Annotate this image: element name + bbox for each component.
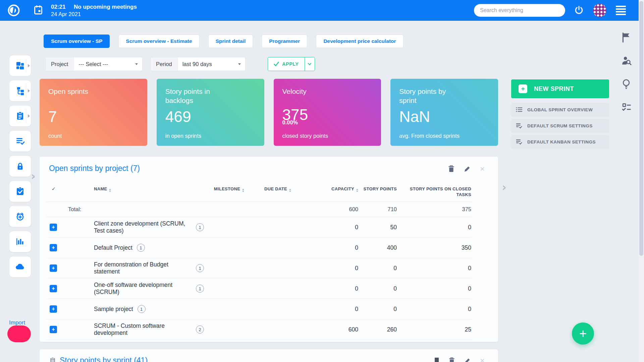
story-points-cell: 0 — [362, 299, 402, 319]
project-name[interactable]: SCRUM - Custom software development — [94, 322, 192, 337]
delete-icon[interactable] — [449, 357, 455, 362]
milestone-cell — [204, 299, 254, 319]
default-scrum-settings-button[interactable]: DEFAULT SCRUM SETTINGS — [511, 119, 609, 133]
plus-icon: + — [519, 84, 527, 93]
edit-pencil-icon[interactable] — [464, 166, 471, 172]
project-name[interactable]: Default Project — [94, 244, 132, 251]
project-name[interactable]: One-off software development (SCRUM) — [94, 282, 192, 296]
calendar-icon[interactable] — [34, 5, 43, 15]
sidebar-item-approvals[interactable] — [9, 181, 31, 202]
project-name[interactable]: For demonstration of Budget statement — [94, 261, 192, 275]
sidebar-item-tasks[interactable] — [9, 106, 31, 126]
expand-row-button[interactable]: + — [50, 244, 57, 251]
expand-row-button[interactable]: + — [50, 326, 57, 333]
sidebar-item-security[interactable] — [9, 156, 31, 177]
column-header-name[interactable]: NAME — [63, 183, 204, 202]
milestone-cell — [204, 319, 254, 340]
kpi-card-story-points-backlogs: Story points in backlogs 469 in open spr… — [157, 79, 264, 146]
sidebar-item-todo-list[interactable] — [9, 131, 31, 152]
list-icon — [516, 107, 523, 113]
sort-icon[interactable] — [356, 189, 358, 192]
sidebar-item-time-tracking[interactable] — [9, 206, 31, 227]
expand-right-chevron[interactable]: › — [502, 180, 506, 194]
list-check-icon — [516, 139, 523, 145]
tab-scrum-overview-estimate[interactable]: Scrum overview - Estimate — [118, 35, 199, 48]
clipboard-icon — [49, 357, 56, 362]
expand-row-button[interactable]: + — [50, 285, 57, 292]
total-story-points: 710 — [362, 202, 402, 217]
project-select[interactable]: --- Select --- — [74, 61, 135, 67]
period-select[interactable]: last 90 days — [178, 61, 238, 67]
page-scrollbar[interactable] — [639, 0, 644, 362]
apply-button[interactable]: APPLY — [268, 57, 305, 71]
app-logo-icon[interactable] — [7, 4, 20, 17]
total-capacity: 600 — [301, 202, 362, 217]
menu-icon[interactable] — [616, 6, 626, 15]
column-header-story-points-closed[interactable]: STORY POINTS ON CLOSED TASKS — [402, 183, 472, 202]
tab-scrum-overview-sp[interactable]: Scrum overview - SP — [44, 35, 110, 48]
project-name[interactable]: Client zone development (SCRUM, Test cas… — [94, 220, 192, 234]
bookmark-icon[interactable] — [434, 357, 439, 362]
kpi-cards-row: Open sprints 7 count Story points in bac… — [40, 79, 498, 146]
expand-row-button[interactable]: + — [50, 264, 57, 272]
hierarchy-icon — [15, 86, 25, 96]
default-kanban-settings-button[interactable]: DEFAULT KANBAN SETTINGS — [511, 135, 609, 149]
project-filter: Project --- Select --- — [45, 57, 143, 71]
lightbulb-icon[interactable] — [621, 78, 631, 90]
kpi-value: 7 — [48, 108, 57, 126]
panel-header: Open sprints by project (7) × — [40, 157, 498, 183]
due-date-cell — [254, 258, 301, 279]
tab-programmer[interactable]: Programmer — [262, 35, 307, 48]
column-header-capacity[interactable]: CAPACITY — [301, 183, 362, 202]
apply-dropdown-button[interactable] — [305, 57, 315, 71]
sidebar-item-cloud[interactable] — [9, 256, 31, 277]
dashboard-tabs: Scrum overview - SP Scrum overview - Est… — [44, 35, 404, 48]
table-total-row: Total: 600 710 375 — [46, 202, 472, 217]
sprint-count-badge: 1 — [138, 305, 146, 313]
table-row: + Client zone development (SCRUM, Test c… — [46, 217, 472, 238]
timer-add-icon — [15, 212, 25, 221]
column-header-milestone[interactable]: MILESTONE — [204, 183, 254, 202]
sidebar-item-reports[interactable] — [9, 231, 31, 252]
period-filter: Period last 90 days — [150, 57, 246, 71]
expand-left-chevron[interactable]: › — [31, 169, 36, 183]
clock-time: 02:21 — [51, 4, 65, 10]
table-row: + Default Project1 0 400 350 — [46, 238, 472, 258]
delete-icon[interactable] — [448, 165, 454, 172]
scrollbar-thumb[interactable] — [639, 1, 643, 256]
project-name[interactable]: Sample project — [94, 306, 133, 313]
select-all-check[interactable]: ✓ — [46, 183, 63, 202]
close-icon[interactable]: × — [480, 357, 485, 362]
expand-row-button[interactable]: + — [50, 224, 57, 231]
sidebar-item-projects-tree[interactable] — [9, 80, 31, 101]
sort-icon[interactable] — [109, 189, 111, 192]
import-notification-pill[interactable] — [7, 325, 31, 342]
column-header-story-points[interactable]: STORY POINTS — [362, 183, 402, 202]
open-sprints-panel: Open sprints by project (7) × ✓ NAME MIL… — [40, 157, 498, 342]
tab-development-price-calculator[interactable]: Development price calculator — [316, 35, 403, 48]
sort-icon[interactable] — [242, 189, 244, 192]
column-header-due-date[interactable]: DUE DATE — [254, 183, 301, 202]
search-input[interactable] — [474, 4, 565, 17]
import-label[interactable]: Import — [9, 319, 25, 326]
bar-chart-icon — [15, 237, 25, 246]
logout-power-icon[interactable] — [574, 5, 584, 15]
sidebar-item-dashboard[interactable] — [9, 55, 31, 76]
new-sprint-button[interactable]: + NEW SPRINT — [511, 79, 609, 98]
close-icon[interactable]: × — [480, 166, 485, 172]
checklist-icon[interactable] — [621, 103, 632, 112]
tab-sprint-detail[interactable]: Sprint detail — [208, 35, 253, 48]
edit-pencil-icon[interactable] — [464, 358, 471, 362]
add-fab-button[interactable]: + — [572, 322, 594, 345]
expand-row-button[interactable]: + — [50, 305, 57, 313]
table-header-row: ✓ NAME MILESTONE DUE DATE CAPACITY STORY… — [46, 183, 472, 202]
global-sprint-overview-button[interactable]: GLOBAL SPRINT OVERVIEW — [511, 103, 609, 117]
user-avatar[interactable] — [593, 4, 606, 17]
user-search-icon[interactable] — [621, 56, 632, 66]
action-label: GLOBAL SPRINT OVERVIEW — [527, 107, 593, 112]
list-check-icon — [15, 136, 25, 146]
milestone-cell — [204, 258, 254, 279]
sprint-count-badge: 1 — [196, 285, 204, 293]
sort-icon[interactable] — [289, 189, 291, 192]
flag-icon[interactable] — [621, 32, 631, 43]
